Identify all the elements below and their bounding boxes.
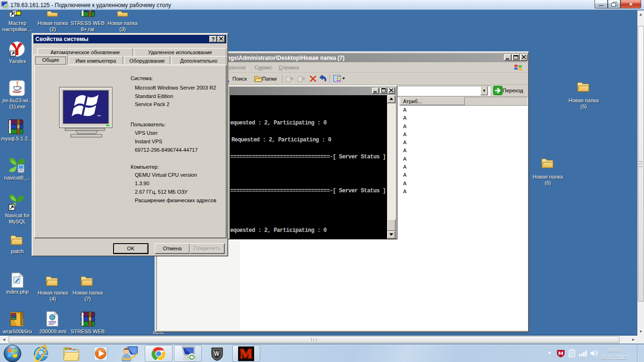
svg-text:тм: тм	[97, 114, 101, 117]
